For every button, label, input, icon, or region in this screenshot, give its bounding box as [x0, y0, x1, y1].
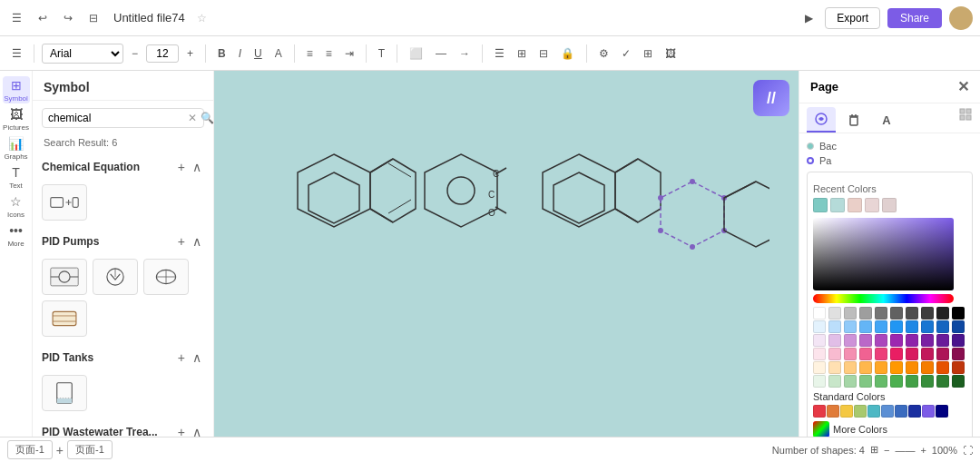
italic-button[interactable]: I	[234, 44, 246, 63]
color-cell[interactable]	[875, 334, 887, 347]
add-pumps-icon[interactable]: +	[175, 233, 188, 250]
hamburger-icon[interactable]: ☰	[7, 9, 26, 27]
std-color-8[interactable]	[908, 405, 921, 418]
font-increase-button[interactable]: +	[182, 44, 198, 63]
color-cell[interactable]	[921, 348, 934, 360]
recent-color-4[interactable]	[865, 198, 879, 212]
tab-text[interactable]: A	[872, 107, 901, 133]
color-cell[interactable]	[828, 348, 841, 360]
search-input[interactable]	[48, 112, 184, 124]
panel-close-button[interactable]: ✕	[957, 78, 969, 95]
std-color-4[interactable]	[854, 405, 867, 418]
std-color-6[interactable]	[881, 405, 894, 418]
font-family-select[interactable]: Arial	[42, 44, 123, 64]
color-gradient-picker[interactable]	[813, 218, 954, 290]
color-cell[interactable]	[813, 320, 826, 333]
list-item[interactable]	[42, 184, 87, 221]
collapse-chemical-icon[interactable]: ∧	[190, 159, 204, 175]
color-cell[interactable]	[828, 375, 841, 388]
image-button[interactable]: 🖼	[661, 44, 681, 63]
std-color-7[interactable]	[895, 405, 907, 418]
section-header-pid-pumps[interactable]: PID Pumps + ∧	[33, 228, 213, 255]
line-button[interactable]: —	[431, 44, 451, 63]
section-header-chemical[interactable]: Chemical Equation + ∧	[33, 153, 213, 181]
shape-button[interactable]: ⬜	[405, 44, 427, 63]
collapse-tanks-icon[interactable]: ∧	[190, 349, 204, 366]
share-button[interactable]: Share	[887, 8, 942, 28]
color-cell[interactable]	[921, 375, 934, 388]
color-cell[interactable]	[813, 348, 826, 360]
avatar[interactable]	[949, 6, 973, 30]
color-cell[interactable]	[828, 320, 841, 333]
color-cell[interactable]	[875, 375, 887, 388]
collapse-pumps-icon[interactable]: ∧	[190, 233, 204, 250]
align-center-button[interactable]: ≡	[321, 44, 337, 63]
zoom-out-icon[interactable]: −	[884, 445, 889, 456]
undo-icon[interactable]: ↩	[34, 9, 52, 27]
color-cell[interactable]	[952, 375, 965, 388]
table2-button[interactable]: ⊟	[534, 44, 553, 63]
font-size-input[interactable]	[146, 44, 179, 63]
list-item[interactable]	[42, 375, 87, 411]
color-cell[interactable]	[906, 320, 918, 333]
format-icon[interactable]: ⊟	[84, 9, 103, 27]
color-cell[interactable]	[844, 307, 857, 319]
settings-button[interactable]: ⚙	[594, 44, 613, 63]
add-tanks-icon[interactable]: +	[175, 349, 188, 366]
color-cell[interactable]	[890, 307, 903, 319]
color-cell[interactable]	[844, 348, 857, 360]
color-cell[interactable]	[844, 320, 857, 333]
color-cell[interactable]	[828, 361, 841, 374]
color-cell[interactable]	[828, 307, 841, 319]
collapse-wastewater-icon[interactable]: ∧	[190, 424, 204, 437]
color-cell[interactable]	[859, 334, 872, 347]
color-cell[interactable]	[906, 361, 918, 374]
list-button[interactable]: ☰	[490, 44, 509, 63]
color-cell[interactable]	[875, 307, 887, 319]
color-cell[interactable]	[844, 334, 857, 347]
text-format-button[interactable]: T	[374, 44, 389, 63]
color-cell[interactable]	[952, 334, 965, 347]
color-cell[interactable]	[875, 320, 887, 333]
color-cell[interactable]	[890, 320, 903, 333]
std-color-9[interactable]	[922, 405, 935, 418]
color-cell[interactable]	[921, 334, 934, 347]
color-cell[interactable]	[952, 348, 965, 360]
section-header-pid-wastewater[interactable]: PID Wastewater Trea... + ∧	[33, 418, 213, 437]
sidebar-item-more[interactable]: ••• More	[3, 221, 30, 249]
std-color-10[interactable]	[936, 405, 948, 418]
color-cell[interactable]	[875, 348, 887, 360]
font-color-button[interactable]: A	[270, 44, 287, 63]
redo-icon[interactable]: ↪	[59, 9, 77, 27]
color-cell[interactable]	[813, 334, 826, 347]
toolbar-menu-icon[interactable]: ☰	[7, 44, 26, 63]
more-colors-row[interactable]: More Colors	[813, 421, 966, 437]
color-cell[interactable]	[844, 375, 857, 388]
color-cell[interactable]	[952, 320, 965, 333]
zoom-in-icon[interactable]: +	[920, 445, 926, 456]
list-item[interactable]	[93, 259, 138, 295]
color-cell[interactable]	[890, 361, 903, 374]
color-cell[interactable]	[890, 375, 903, 388]
std-color-3[interactable]	[840, 405, 853, 418]
color-cell[interactable]	[906, 375, 918, 388]
font-decrease-button[interactable]: −	[127, 44, 142, 63]
arrow-button[interactable]: →	[455, 44, 475, 63]
add-chemical-icon[interactable]: +	[175, 159, 188, 175]
color-cell[interactable]	[875, 361, 887, 374]
color-cell[interactable]	[906, 348, 918, 360]
lock-button[interactable]: 🔒	[556, 44, 579, 63]
color-cell[interactable]	[936, 320, 949, 333]
sidebar-item-pictures[interactable]: 🖼 Pictures	[3, 105, 30, 133]
canvas-area[interactable]: C O C	[214, 71, 799, 437]
table3-button[interactable]: ⊞	[639, 44, 657, 63]
zoom-slider[interactable]: ——	[895, 445, 915, 456]
fullscreen-icon[interactable]: ⛶	[963, 445, 973, 456]
color-cell[interactable]	[936, 334, 949, 347]
color-cell[interactable]	[936, 375, 949, 388]
star-icon[interactable]: ☆	[192, 9, 211, 27]
layout-icon[interactable]	[958, 107, 973, 133]
color-cell[interactable]	[906, 334, 918, 347]
underline-button[interactable]: U	[250, 44, 267, 63]
list-item[interactable]	[42, 300, 87, 337]
